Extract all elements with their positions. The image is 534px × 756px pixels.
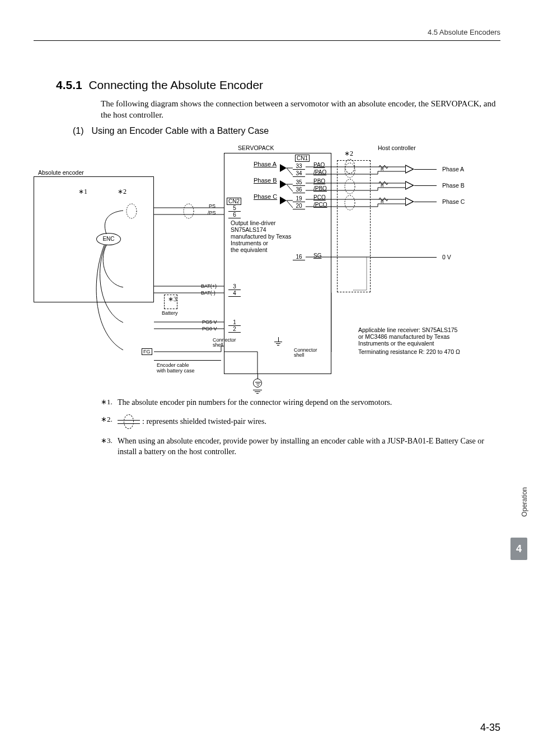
header-breadcrumb: 4.5 Absolute Encoders <box>428 28 500 36</box>
footnote-3: ∗3. When using an absolute encoder, prov… <box>101 436 500 458</box>
side-tab-label: Operation <box>521 487 528 517</box>
subsection-heading: (1)Using an Encoder Cable with a Battery… <box>73 126 269 136</box>
svg-point-2 <box>345 163 355 178</box>
page-number: 4-35 <box>480 722 500 734</box>
section-intro: The following diagram shows the connecti… <box>101 98 500 121</box>
svg-point-4 <box>345 195 355 210</box>
svg-point-3 <box>345 179 355 194</box>
svg-point-0 <box>127 204 137 218</box>
footnote-1: ∗1. The absolute encoder pin numbers for… <box>101 398 500 408</box>
footnotes: ∗1. The absolute encoder pin numbers for… <box>101 398 500 464</box>
section-heading: 4.5.1 Connecting the Absolute Encoder <box>56 78 263 92</box>
wiring-diagram: SERVOPACK Host controller Absolute encod… <box>34 144 500 391</box>
svg-point-1 <box>184 204 194 218</box>
side-tab-chapter: 4 <box>510 538 527 560</box>
header-rule <box>34 40 500 41</box>
twisted-pair-icon <box>118 415 140 430</box>
wire-svg <box>34 144 500 391</box>
footnote-2: ∗2. : represents shielded twisted-pair w… <box>101 415 500 430</box>
